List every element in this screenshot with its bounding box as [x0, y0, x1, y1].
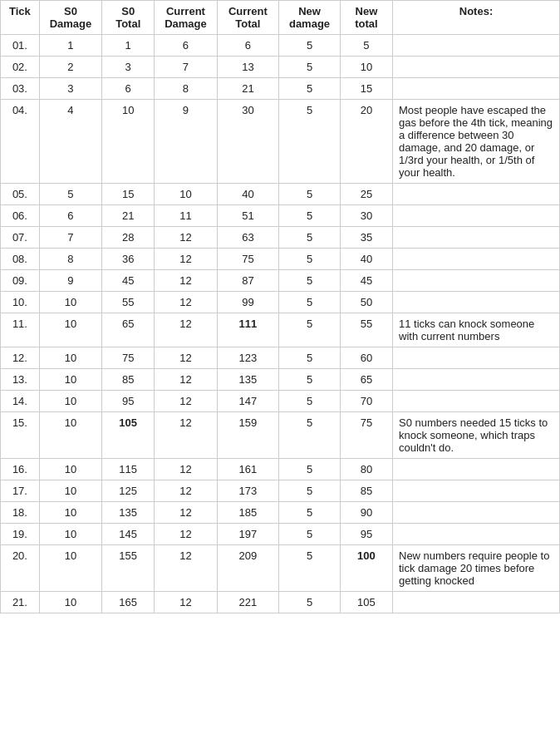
cell-curdmg: 12: [155, 480, 217, 502]
cell-newdmg: 5: [279, 502, 341, 524]
cell-notes: [393, 502, 560, 524]
cell-newdmg: 5: [279, 313, 341, 347]
cell-newtot: 50: [340, 292, 392, 313]
cell-curtot: 63: [217, 227, 279, 249]
cell-tick: 16.: [1, 459, 40, 480]
cell-newtot: 15: [340, 78, 392, 100]
cell-s0dmg: 10: [39, 347, 101, 369]
cell-s0tot: 15: [102, 184, 155, 205]
cell-s0dmg: 10: [39, 369, 101, 391]
header-current-damage: CurrentDamage: [155, 1, 217, 35]
cell-newtot: 45: [340, 270, 392, 292]
cell-s0tot: 1: [102, 35, 155, 57]
cell-s0tot: 36: [102, 249, 155, 270]
cell-newtot: 10: [340, 57, 392, 78]
cell-s0tot: 10: [102, 100, 155, 184]
cell-curdmg: 12: [155, 545, 217, 592]
cell-curtot: 173: [217, 480, 279, 502]
cell-curtot: 99: [217, 292, 279, 313]
table-row: 10. 10 55 12 99 5 50: [1, 292, 560, 313]
cell-tick: 03.: [1, 78, 40, 100]
cell-newdmg: 5: [279, 592, 341, 613]
cell-curtot: 87: [217, 270, 279, 292]
header-s0damage: S0Damage: [39, 1, 101, 35]
cell-notes: [393, 227, 560, 249]
cell-s0tot: 55: [102, 292, 155, 313]
cell-notes: [393, 205, 560, 227]
cell-curdmg: 12: [155, 347, 217, 369]
cell-s0dmg: 10: [39, 391, 101, 412]
table-row: 08. 8 36 12 75 5 40: [1, 249, 560, 270]
cell-curdmg: 6: [155, 35, 217, 57]
table-row: 06. 6 21 11 51 5 30: [1, 205, 560, 227]
cell-notes: S0 numbers needed 15 ticks to knock some…: [393, 412, 560, 459]
cell-newdmg: 5: [279, 205, 341, 227]
cell-curtot: 135: [217, 369, 279, 391]
cell-curtot: 111: [217, 313, 279, 347]
cell-curtot: 209: [217, 545, 279, 592]
cell-newdmg: 5: [279, 184, 341, 205]
cell-tick: 18.: [1, 502, 40, 524]
cell-s0dmg: 10: [39, 592, 101, 613]
cell-newdmg: 5: [279, 227, 341, 249]
cell-notes: [393, 57, 560, 78]
cell-newtot: 105: [340, 592, 392, 613]
cell-tick: 12.: [1, 347, 40, 369]
cell-curtot: 30: [217, 100, 279, 184]
cell-notes: [393, 459, 560, 480]
table-row: 01. 1 1 6 6 5 5: [1, 35, 560, 57]
cell-curtot: 197: [217, 524, 279, 545]
cell-newtot: 60: [340, 347, 392, 369]
cell-s0dmg: 10: [39, 292, 101, 313]
cell-curdmg: 12: [155, 502, 217, 524]
cell-newdmg: 5: [279, 249, 341, 270]
cell-s0tot: 135: [102, 502, 155, 524]
table-row: 04. 4 10 9 30 5 20 Most people have esca…: [1, 100, 560, 184]
cell-newtot: 65: [340, 369, 392, 391]
cell-curdmg: 12: [155, 292, 217, 313]
cell-s0dmg: 10: [39, 545, 101, 592]
cell-newdmg: 5: [279, 391, 341, 412]
table-row: 03. 3 6 8 21 5 15: [1, 78, 560, 100]
damage-table: Tick S0Damage S0Total CurrentDamage Curr…: [0, 0, 560, 613]
cell-newdmg: 5: [279, 347, 341, 369]
cell-newdmg: 5: [279, 459, 341, 480]
cell-notes: [393, 369, 560, 391]
cell-s0dmg: 10: [39, 313, 101, 347]
cell-s0tot: 21: [102, 205, 155, 227]
cell-curtot: 40: [217, 184, 279, 205]
cell-s0dmg: 10: [39, 524, 101, 545]
table-row: 19. 10 145 12 197 5 95: [1, 524, 560, 545]
cell-notes: [393, 592, 560, 613]
cell-tick: 13.: [1, 369, 40, 391]
cell-s0tot: 115: [102, 459, 155, 480]
cell-tick: 09.: [1, 270, 40, 292]
cell-s0tot: 75: [102, 347, 155, 369]
cell-s0dmg: 2: [39, 57, 101, 78]
cell-notes: 11 ticks can knock someone with current …: [393, 313, 560, 347]
cell-notes: [393, 184, 560, 205]
cell-s0tot: 85: [102, 369, 155, 391]
cell-notes: [393, 35, 560, 57]
cell-newtot: 75: [340, 412, 392, 459]
cell-newdmg: 5: [279, 524, 341, 545]
cell-curdmg: 8: [155, 78, 217, 100]
cell-curtot: 75: [217, 249, 279, 270]
cell-curdmg: 12: [155, 524, 217, 545]
cell-newdmg: 5: [279, 78, 341, 100]
cell-notes: [393, 292, 560, 313]
cell-s0dmg: 10: [39, 459, 101, 480]
cell-curtot: 147: [217, 391, 279, 412]
table-row: 12. 10 75 12 123 5 60: [1, 347, 560, 369]
table-row: 18. 10 135 12 185 5 90: [1, 502, 560, 524]
cell-curdmg: 12: [155, 249, 217, 270]
cell-s0tot: 125: [102, 480, 155, 502]
cell-notes: [393, 480, 560, 502]
cell-curdmg: 12: [155, 412, 217, 459]
header-notes: Notes:: [393, 1, 560, 35]
cell-s0dmg: 6: [39, 205, 101, 227]
cell-notes: New numbers require people to tick damag…: [393, 545, 560, 592]
table-row: 15. 10 105 12 159 5 75 S0 numbers needed…: [1, 412, 560, 459]
cell-curtot: 185: [217, 502, 279, 524]
header-new-damage: Newdamage: [279, 1, 341, 35]
